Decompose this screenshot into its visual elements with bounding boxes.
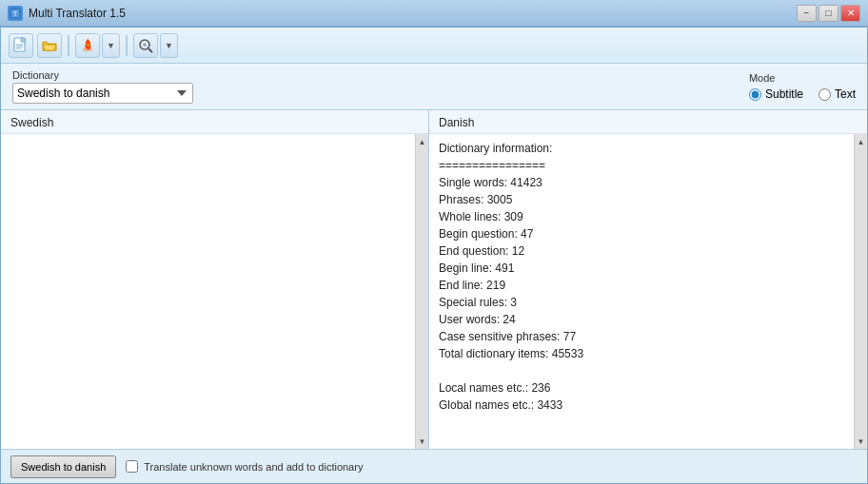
mode-options: Subtitle Text [749, 87, 856, 101]
controls-area: Dictionary Swedish to danish English to … [1, 64, 867, 110]
mode-subtitle-option[interactable]: Subtitle [749, 87, 803, 101]
run-button[interactable] [75, 33, 100, 58]
dictionary-group: Dictionary Swedish to danish English to … [12, 69, 193, 104]
mode-text-option[interactable]: Text [819, 87, 856, 101]
mode-text-label: Text [835, 87, 856, 101]
maximize-button[interactable]: □ [819, 5, 838, 22]
window-title: Multi Translator 1.5 [29, 7, 797, 20]
danish-panel-header: Danish [429, 110, 867, 134]
swedish-panel: Swedish ▲ ▼ [1, 110, 429, 449]
search-dropdown[interactable]: ▼ [160, 33, 178, 58]
search-button[interactable] [133, 33, 158, 58]
dictionary-select[interactable]: Swedish to danish English to danish Germ… [12, 83, 193, 104]
danish-scroll-down[interactable]: ▼ [855, 434, 868, 449]
mode-label: Mode [749, 72, 856, 84]
window-controls: − □ ✕ [797, 5, 860, 22]
scroll-up-arrow[interactable]: ▲ [416, 134, 429, 149]
danish-output[interactable] [429, 134, 854, 449]
toolbar-divider-2 [126, 35, 128, 56]
bottom-bar: Swedish to danish Translate unknown word… [1, 449, 867, 483]
mode-group: Mode Subtitle Text [749, 72, 856, 101]
mode-subtitle-label: Subtitle [765, 87, 803, 101]
unknown-words-label: Translate unknown words and add to dicti… [144, 461, 363, 473]
titlebar: T Multi Translator 1.5 − □ ✕ [0, 0, 868, 27]
swedish-panel-header: Swedish [1, 110, 428, 134]
search-group: ▼ [133, 33, 178, 58]
toolbar: ▼ ▼ [1, 28, 867, 64]
content-area: Swedish ▲ ▼ Danish ▲ ▼ [1, 110, 867, 449]
svg-text:T: T [13, 10, 18, 18]
unknown-words-group: Translate unknown words and add to dicti… [126, 460, 363, 473]
danish-scroll-up[interactable]: ▲ [855, 134, 868, 149]
danish-scrollbar[interactable]: ▲ ▼ [854, 134, 867, 449]
fire-group: ▼ [75, 33, 120, 58]
mode-text-radio[interactable] [819, 88, 831, 101]
svg-line-8 [148, 48, 152, 52]
open-button[interactable] [37, 33, 62, 58]
mode-subtitle-radio[interactable] [749, 88, 761, 101]
scroll-down-arrow[interactable]: ▼ [416, 434, 429, 449]
main-window: ▼ ▼ Dictionary Swedish to danish [0, 27, 868, 484]
dictionary-label: Dictionary [12, 69, 193, 81]
new-button[interactable] [9, 33, 33, 58]
app-icon: T [8, 6, 23, 21]
translate-button[interactable]: Swedish to danish [10, 455, 116, 478]
run-dropdown[interactable]: ▼ [102, 33, 120, 58]
toolbar-divider-1 [68, 35, 69, 56]
danish-panel: Danish ▲ ▼ [429, 110, 867, 449]
unknown-words-checkbox[interactable] [126, 460, 138, 473]
swedish-input[interactable] [1, 134, 415, 449]
swedish-scrollbar[interactable]: ▲ ▼ [415, 134, 428, 449]
minimize-button[interactable]: − [797, 5, 817, 22]
close-button[interactable]: ✕ [840, 5, 860, 22]
